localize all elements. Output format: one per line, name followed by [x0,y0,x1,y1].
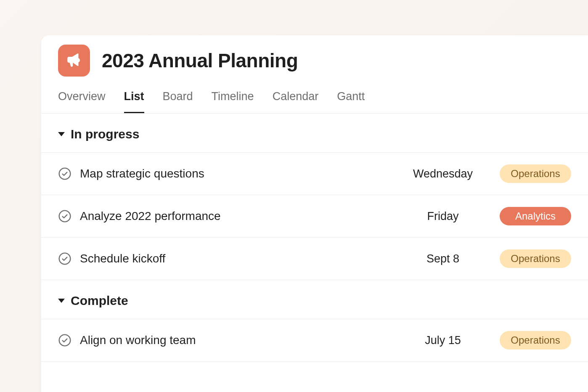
check-circle-icon[interactable] [58,334,72,347]
task-tag[interactable]: Operations [500,331,571,350]
svg-point-0 [59,168,71,180]
svg-point-2 [59,253,71,265]
task-row[interactable]: Schedule kickoff Sept 8 Operations [41,238,588,280]
caret-down-icon [58,132,65,136]
svg-point-3 [59,335,71,346]
project-header: 2023 Annual Planning [41,35,588,81]
task-date: Friday [395,210,491,223]
task-name: Schedule kickoff [80,252,386,265]
task-tag[interactable]: Analytics [500,207,571,225]
task-tag[interactable]: Operations [500,164,571,183]
project-icon-badge[interactable] [58,45,90,77]
task-row[interactable]: Map strategic questions Wednesday Operat… [41,153,588,195]
check-circle-icon[interactable] [58,167,72,180]
check-circle-icon[interactable] [58,252,72,265]
section-title: Complete [71,294,128,308]
check-circle-icon[interactable] [58,209,72,223]
tab-timeline[interactable]: Timeline [212,90,254,113]
task-name: Map strategic questions [80,167,386,180]
project-panel: 2023 Annual Planning Overview List Board… [41,35,588,392]
caret-down-icon [58,299,65,303]
task-row[interactable]: Align on working team July 15 Operations [41,319,588,362]
task-name: Align on working team [80,334,386,347]
task-date: Wednesday [395,167,491,180]
megaphone-icon [65,51,83,70]
task-row[interactable]: Analyze 2022 performance Friday Analytic… [41,195,588,238]
tab-overview[interactable]: Overview [58,90,106,113]
task-date: July 15 [395,334,491,347]
section-header-in-progress[interactable]: In progress [41,114,588,153]
tab-board[interactable]: Board [163,90,193,113]
task-tag[interactable]: Operations [500,249,571,268]
tab-gantt[interactable]: Gantt [337,90,365,113]
section-header-complete[interactable]: Complete [41,280,588,319]
view-tabs: Overview List Board Timeline Calendar Ga… [41,81,588,114]
section-title: In progress [71,127,139,141]
task-date: Sept 8 [395,252,491,265]
tab-list[interactable]: List [124,90,144,113]
task-name: Analyze 2022 performance [80,209,386,223]
tab-calendar[interactable]: Calendar [273,90,319,113]
project-title[interactable]: 2023 Annual Planning [102,49,298,72]
svg-point-1 [59,211,71,222]
